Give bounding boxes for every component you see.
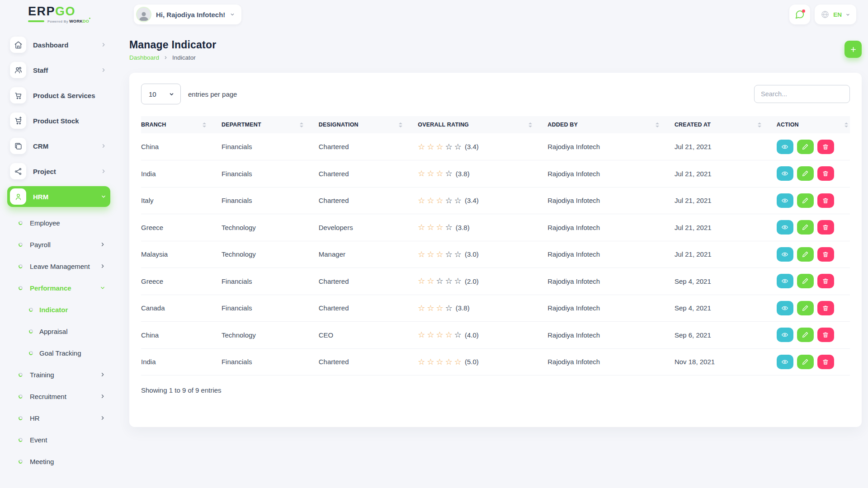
cell-designation: Chartered <box>319 160 418 188</box>
sidebar-item-performance[interactable]: Performance <box>7 279 110 297</box>
delete-button[interactable] <box>817 193 834 208</box>
sort-icon[interactable] <box>758 122 761 127</box>
view-button[interactable] <box>777 301 793 315</box>
column-header-created-at[interactable]: CREATED AT <box>675 116 777 133</box>
sort-icon[interactable] <box>399 122 402 127</box>
sidebar-item-label: CRM <box>33 142 48 150</box>
column-header-overall-rating[interactable]: OVERALL RATING <box>418 116 547 133</box>
delete-button[interactable] <box>817 140 834 154</box>
star-icon: ☆ <box>418 197 425 205</box>
chevron-down-icon <box>169 91 175 97</box>
edit-button[interactable] <box>797 274 814 288</box>
cell-action <box>777 187 850 214</box>
topbar: ERPGO Powered By WORKDO Hi, Rajodiya Inf… <box>0 0 868 29</box>
sidebar-item-leave-management[interactable]: Leave Management <box>7 257 110 275</box>
indicator-table: BRANCHDEPARTMENTDESIGNATIONOVERALL RATIN… <box>141 116 850 375</box>
column-header-label: ADDED BY <box>547 122 578 128</box>
delete-button[interactable] <box>817 220 834 235</box>
bullet-icon <box>18 459 23 464</box>
view-button[interactable] <box>777 220 793 235</box>
cell-department: Financials <box>222 295 319 322</box>
star-icon: ☆ <box>436 197 443 205</box>
sidebar-item-crm[interactable]: CRM <box>7 136 110 156</box>
sidebar-item-hr[interactable]: HR <box>7 409 110 427</box>
star-icon: ☆ <box>427 169 434 178</box>
column-header-branch[interactable]: BRANCH <box>141 116 222 133</box>
sidebar-item-product-stock[interactable]: Product Stock <box>7 110 110 131</box>
messenger-button[interactable] <box>789 5 810 24</box>
view-button[interactable] <box>777 140 793 154</box>
edit-button[interactable] <box>797 220 814 235</box>
sidebar-item-dashboard[interactable]: Dashboard <box>7 34 110 55</box>
edit-button[interactable] <box>797 328 814 342</box>
cell-branch: Greece <box>141 268 222 295</box>
sidebar-item-employee[interactable]: Employee <box>7 214 110 232</box>
add-indicator-button[interactable] <box>844 41 862 58</box>
delete-button[interactable] <box>817 328 834 342</box>
table-row: GreeceTechnologyDevelopers☆☆☆☆(3.8)Rajod… <box>141 214 850 241</box>
rating-value: (4.0) <box>465 331 479 339</box>
sidebar: DashboardStaffProduct & ServicesProduct … <box>0 29 118 488</box>
sidebar-item-goal-tracking[interactable]: Goal Tracking <box>7 344 110 362</box>
cell-department: Financials <box>222 187 319 214</box>
edit-button[interactable] <box>797 140 814 154</box>
view-button[interactable] <box>777 328 793 342</box>
bullet-icon <box>18 286 23 290</box>
sidebar-item-project[interactable]: Project <box>7 161 110 182</box>
view-button[interactable] <box>777 274 793 288</box>
delete-button[interactable] <box>817 247 834 262</box>
search-input[interactable] <box>754 85 850 103</box>
breadcrumb-dashboard[interactable]: Dashboard <box>129 54 159 61</box>
delete-button[interactable] <box>817 355 834 369</box>
sidebar-item-event[interactable]: Event <box>7 431 110 449</box>
view-button[interactable] <box>777 193 793 208</box>
column-header-label: DEPARTMENT <box>222 122 261 128</box>
edit-button[interactable] <box>797 193 814 208</box>
column-header-added-by[interactable]: ADDED BY <box>547 116 675 133</box>
chevron-down-icon <box>99 285 106 291</box>
view-button[interactable] <box>777 355 793 369</box>
sort-icon[interactable] <box>528 122 532 127</box>
main-content: Manage Indicator Dashboard Indicator 10 <box>118 29 868 488</box>
brand-logo[interactable]: ERPGO Powered By WORKDO <box>0 5 118 23</box>
sidebar-item-meeting[interactable]: Meeting <box>7 452 110 470</box>
sidebar-item-payroll[interactable]: Payroll <box>7 235 110 253</box>
sidebar-item-appraisal[interactable]: Appraisal <box>7 322 110 340</box>
breadcrumb-current: Indicator <box>172 54 196 61</box>
sort-icon[interactable] <box>656 122 659 127</box>
edit-button[interactable] <box>797 355 814 369</box>
sidebar-item-training[interactable]: Training <box>7 366 110 384</box>
entries-per-page-select[interactable]: 10 <box>141 84 181 104</box>
sort-icon[interactable] <box>844 122 848 127</box>
column-header-department[interactable]: DEPARTMENT <box>222 116 319 133</box>
action-buttons <box>777 140 850 154</box>
delete-button[interactable] <box>817 166 834 181</box>
sidebar-item-indicator[interactable]: Indicator <box>7 300 110 319</box>
column-header-designation[interactable]: DESIGNATION <box>319 116 418 133</box>
view-button[interactable] <box>777 247 793 262</box>
star-rating: ☆☆☆☆☆(5.0) <box>418 358 547 366</box>
edit-button[interactable] <box>797 247 814 262</box>
edit-button[interactable] <box>797 166 814 181</box>
delete-button[interactable] <box>817 274 834 288</box>
sidebar-item-staff[interactable]: Staff <box>7 60 110 80</box>
edit-button[interactable] <box>797 301 814 315</box>
view-button[interactable] <box>777 166 793 181</box>
column-header-action[interactable]: ACTION <box>777 116 850 133</box>
cell-action <box>777 322 850 349</box>
brand-underline <box>28 20 44 22</box>
language-selector[interactable]: EN <box>815 5 856 24</box>
sidebar-item-recruitment[interactable]: Recruitment <box>7 387 110 405</box>
sidebar-item-hrm[interactable]: HRM <box>7 186 110 207</box>
sidebar-item-product-services[interactable]: Product & Services <box>7 85 110 106</box>
chevron-right-icon <box>99 371 106 378</box>
sort-icon[interactable] <box>203 122 206 127</box>
cell-action <box>777 214 850 241</box>
action-buttons <box>777 274 850 288</box>
column-header-label: DESIGNATION <box>319 122 359 128</box>
cell-designation: Chartered <box>319 133 418 160</box>
user-menu[interactable]: Hi, Rajodiya Infotech! <box>134 5 241 24</box>
delete-button[interactable] <box>817 301 834 315</box>
cell-created-at: Jul 21, 2021 <box>675 133 777 160</box>
sort-icon[interactable] <box>300 122 303 127</box>
